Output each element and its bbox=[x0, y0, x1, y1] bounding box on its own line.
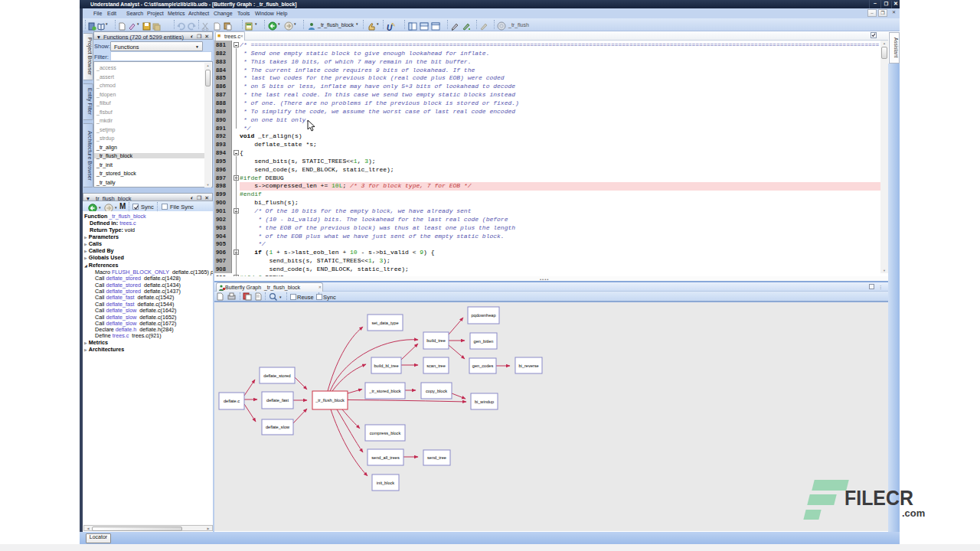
svg-text:build_tree: build_tree bbox=[426, 338, 446, 343]
svg-text:deflate_stored: deflate_stored bbox=[263, 373, 290, 378]
svg-text:bi_windup: bi_windup bbox=[475, 399, 494, 404]
svg-text:copy_block: copy_block bbox=[426, 389, 447, 393]
svg-text:scan_tree: scan_tree bbox=[426, 364, 446, 368]
svg-text:init_block: init_block bbox=[377, 481, 395, 485]
svg-text:deflate_fast: deflate_fast bbox=[266, 398, 289, 403]
svg-text:pqdownheap: pqdownheap bbox=[471, 313, 495, 318]
svg-text:set_data_type: set_data_type bbox=[371, 321, 398, 325]
svg-text:deflate_slow: deflate_slow bbox=[266, 425, 290, 429]
svg-text:gen_bitlen: gen_bitlen bbox=[474, 339, 494, 344]
svg-text:send_tree: send_tree bbox=[427, 455, 446, 460]
svg-text:build_bl_tree: build_bl_tree bbox=[374, 364, 398, 368]
svg-text:_tr_stored_block: _tr_stored_block bbox=[368, 389, 401, 393]
svg-text:_tr_flush_block: _tr_flush_block bbox=[315, 398, 345, 403]
svg-text:bi_reverse: bi_reverse bbox=[518, 364, 538, 368]
svg-text:gen_codes: gen_codes bbox=[472, 364, 494, 368]
svg-text:send_all_trees: send_all_trees bbox=[371, 455, 400, 460]
svg-text:compress_block: compress_block bbox=[370, 431, 401, 435]
svg-text:deflate.c: deflate.c bbox=[224, 399, 240, 403]
